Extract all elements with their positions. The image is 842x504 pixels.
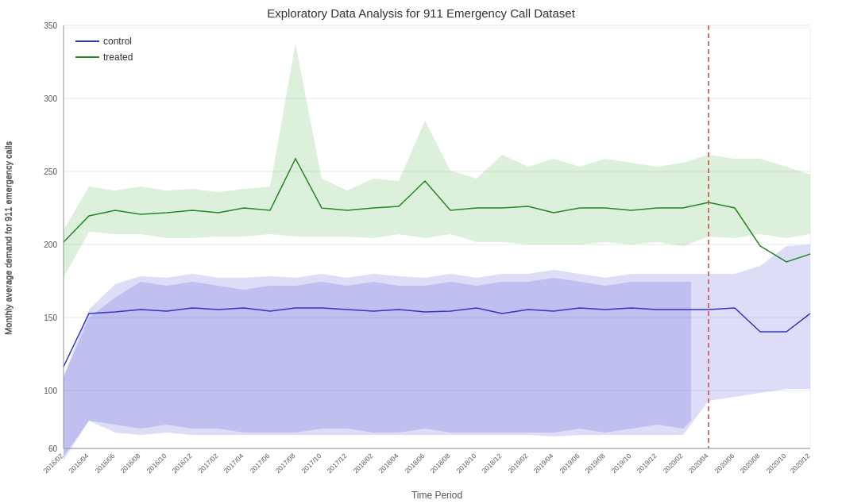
svg-text:2017/02: 2017/02	[197, 452, 220, 475]
svg-text:2020/06: 2020/06	[713, 452, 736, 475]
y-tick-60: 60	[48, 444, 58, 453]
x-tick-labels: 2016/02 2016/04 2016/06 2016/08 2016/10 …	[42, 452, 812, 475]
svg-text:2020/08: 2020/08	[739, 452, 762, 475]
chart-title: Exploratory Data Analysis for 911 Emerge…	[267, 6, 576, 20]
svg-text:2019/06: 2019/06	[558, 452, 581, 475]
legend-control-label: control	[103, 36, 132, 47]
y-tick-250: 250	[44, 167, 57, 176]
svg-text:2018/10: 2018/10	[455, 452, 478, 475]
y-tick-350: 350	[44, 21, 57, 30]
svg-text:2020/10: 2020/10	[765, 452, 788, 475]
y-tick-150: 150	[44, 314, 57, 322]
legend-treated-label: treated	[103, 52, 133, 63]
svg-text:2018/06: 2018/06	[404, 452, 427, 475]
svg-text:2018/08: 2018/08	[429, 452, 452, 475]
svg-text:2020/02: 2020/02	[662, 452, 685, 475]
chart-container: Exploratory Data Analysis for 911 Emerge…	[0, 0, 842, 504]
svg-text:2016/12: 2016/12	[171, 452, 194, 475]
svg-text:2018/02: 2018/02	[352, 452, 375, 475]
svg-text:2017/10: 2017/10	[300, 452, 323, 475]
svg-text:2020/04: 2020/04	[687, 452, 710, 475]
y-tick-300: 300	[44, 94, 57, 103]
svg-text:2016/04: 2016/04	[68, 452, 91, 475]
svg-text:2017/08: 2017/08	[274, 452, 297, 475]
y-tick-200: 200	[44, 240, 57, 249]
svg-text:2016/08: 2016/08	[119, 452, 142, 475]
svg-text:2016/02: 2016/02	[42, 452, 65, 475]
svg-text:2016/10: 2016/10	[145, 452, 168, 475]
svg-text:2019/08: 2019/08	[584, 452, 607, 475]
svg-text:2018/04: 2018/04	[377, 452, 400, 475]
svg-text:2017/12: 2017/12	[326, 452, 349, 475]
svg-text:2019/02: 2019/02	[507, 452, 530, 475]
svg-text:2019/12: 2019/12	[635, 452, 659, 475]
svg-text:2019/10: 2019/10	[610, 452, 633, 475]
svg-text:2018/12: 2018/12	[481, 452, 504, 475]
svg-text:2020/12: 2020/12	[789, 452, 812, 475]
y-tick-100: 100	[44, 387, 57, 395]
svg-text:2016/06: 2016/06	[94, 452, 117, 475]
svg-text:2019/04: 2019/04	[532, 452, 555, 475]
svg-text:2017/04: 2017/04	[222, 452, 245, 475]
y-axis-label: Monthly average demand for 911 emergency…	[3, 141, 13, 335]
x-axis-label: Time Period	[411, 490, 462, 501]
svg-text:2017/06: 2017/06	[249, 452, 272, 475]
